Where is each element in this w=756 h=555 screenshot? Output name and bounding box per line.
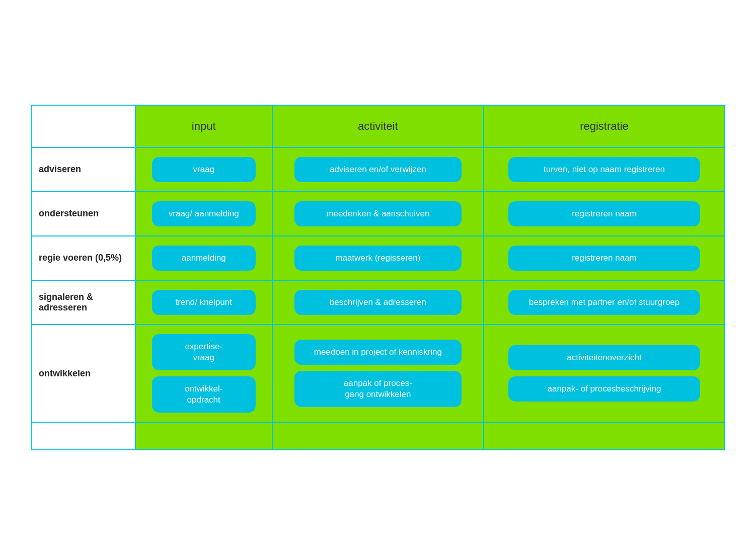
pill-wrapper: meedenken & aanschuiven: [280, 201, 476, 226]
pill-wrapper: vraag/ aanmelding: [143, 201, 265, 226]
cell-row4-col3: activiteitenoverzichtaanpak- of procesbe…: [484, 325, 725, 422]
cell-row1-col2: meedenken & aanschuiven: [272, 192, 484, 236]
cell-row3-col3: bespreken met partner en/of stuurgroep: [484, 280, 725, 325]
row-label-0: adviseren: [31, 147, 135, 192]
matrix-table: input activiteit registratie adviserenvr…: [31, 105, 725, 451]
pill-row1-col2-0: meedenken & aanschuiven: [294, 201, 462, 226]
pill-wrapper: registreren naam: [491, 201, 717, 226]
header-col0: [31, 105, 135, 147]
pill-row4-col2-1: aanpak of proces- gang ontwikkelen: [294, 371, 462, 407]
pill-row0-col1-0: vraag: [152, 157, 256, 182]
pill-wrapper: aanmelding: [143, 246, 265, 271]
header-col3: registratie: [484, 105, 725, 147]
pill-row1-col3-0: registreren naam: [508, 201, 701, 226]
cell-row0-col3: turven, niet op naam registreren: [484, 147, 725, 192]
cell-row2-col2: maatwerk (regisseren): [272, 236, 484, 280]
main-table-wrapper: input activiteit registratie adviserenvr…: [31, 105, 725, 451]
pill-row1-col1-0: vraag/ aanmelding: [152, 201, 256, 226]
pill-row3-col1-0: trend/ knelpunt: [152, 290, 256, 315]
pill-row2-col3-0: registreren naam: [508, 246, 701, 271]
header-col1: input: [135, 105, 272, 147]
header-col2: activiteit: [272, 105, 484, 147]
pill-row4-col2-0: meedoen in project of kenniskring: [294, 340, 462, 365]
table-row: ontwikkelenexpertise- vraagontwikkel- op…: [31, 325, 725, 422]
table-row: ondersteunenvraag/ aanmeldingmeedenken &…: [31, 192, 725, 236]
pill-row3-col2-0: beschrijven & adresseren: [294, 290, 462, 315]
empty-green-cell-1: [272, 422, 484, 450]
table-row: signaleren & adresserentrend/ knelpuntbe…: [31, 280, 725, 325]
pill-row4-col1-0: expertise- vraag: [152, 334, 256, 370]
empty-label-cell: [31, 422, 135, 450]
pill-wrapper: adviseren en/of verwijzen: [280, 157, 476, 182]
pill-row4-col1-1: ontwikkel- opdracht: [152, 376, 256, 413]
cell-row4-col1: expertise- vraagontwikkel- opdracht: [135, 325, 272, 422]
empty-green-cell-2: [484, 422, 725, 450]
pill-wrapper: vraag: [143, 157, 265, 182]
pill-row4-col3-0: activiteitenoverzicht: [508, 345, 701, 370]
cell-row1-col3: registreren naam: [484, 192, 725, 236]
cell-row3-col1: trend/ knelpunt: [135, 280, 272, 325]
pill-row3-col3-0: bespreken met partner en/of stuurgroep: [508, 290, 701, 315]
empty-green-cell-0: [135, 422, 272, 450]
row-label-2: regie voeren (0,5%): [31, 236, 135, 280]
row-label-1: ondersteunen: [31, 192, 135, 236]
cell-row1-col1: vraag/ aanmelding: [135, 192, 272, 236]
pill-wrapper: bespreken met partner en/of stuurgroep: [491, 290, 717, 315]
pill-row4-col3-1: aanpak- of procesbeschrijving: [508, 376, 701, 402]
row-label-4: ontwikkelen: [31, 325, 135, 422]
pill-wrapper: beschrijven & adresseren: [280, 290, 476, 315]
header-row: input activiteit registratie: [31, 105, 725, 147]
pill-row0-col3-0: turven, niet op naam registreren: [508, 157, 701, 182]
pill-row0-col2-0: adviseren en/of verwijzen: [294, 157, 462, 182]
pill-wrapper: maatwerk (regisseren): [280, 246, 476, 271]
cell-row4-col2: meedoen in project of kenniskringaanpak …: [272, 325, 484, 422]
table-row: adviserenvraagadviseren en/of verwijzent…: [31, 147, 725, 192]
pill-wrapper: registreren naam: [491, 246, 717, 271]
empty-row: [31, 422, 725, 450]
pill-wrapper: expertise- vraagontwikkel- opdracht: [143, 334, 265, 413]
table-row: regie voeren (0,5%)aanmeldingmaatwerk (r…: [31, 236, 725, 280]
cell-row3-col2: beschrijven & adresseren: [272, 280, 484, 325]
pill-wrapper: activiteitenoverzichtaanpak- of procesbe…: [491, 345, 717, 402]
pill-wrapper: trend/ knelpunt: [143, 290, 265, 315]
cell-row2-col1: aanmelding: [135, 236, 272, 280]
cell-row0-col2: adviseren en/of verwijzen: [272, 147, 484, 192]
pill-wrapper: turven, niet op naam registreren: [491, 157, 717, 182]
pill-row2-col1-0: aanmelding: [152, 246, 256, 271]
cell-row0-col1: vraag: [135, 147, 272, 192]
cell-row2-col3: registreren naam: [484, 236, 725, 280]
pill-row2-col2-0: maatwerk (regisseren): [294, 246, 462, 271]
pill-wrapper: meedoen in project of kenniskringaanpak …: [280, 340, 476, 407]
row-label-3: signaleren & adresseren: [31, 280, 135, 325]
